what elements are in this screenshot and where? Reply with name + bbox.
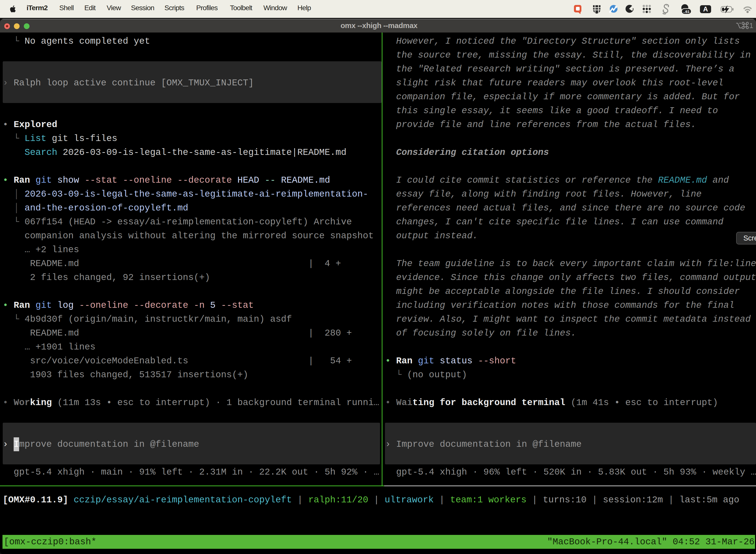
svg-text:..61: ..61 [683, 9, 690, 14]
svg-text:A: A [703, 5, 708, 13]
svg-text:1: 1 [749, 22, 753, 30]
